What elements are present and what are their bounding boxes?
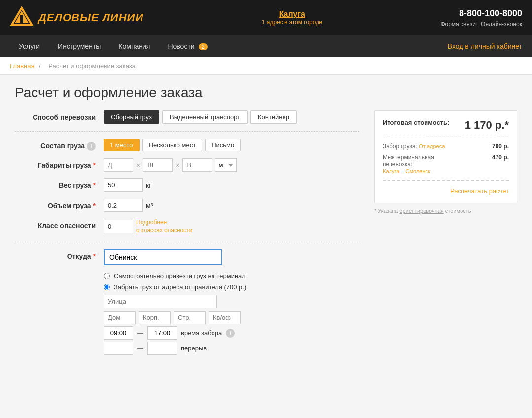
break-label: перерыв <box>181 345 207 352</box>
volume-label: Объем груза * <box>15 199 104 209</box>
time-to-input[interactable] <box>147 326 177 340</box>
time-info-icon[interactable]: i <box>226 329 235 338</box>
header-right: 8-800-100-8000 Форма связи Онлайн-звонок <box>440 8 522 28</box>
nav-item-news[interactable]: Новости 2 <box>159 35 216 57</box>
dim-d-input[interactable] <box>104 158 133 172</box>
danger-label: Класс опасности <box>15 219 104 230</box>
breadcrumb-current: Расчет и оформление заказа <box>48 62 136 70</box>
volume-unit: м³ <box>146 202 153 209</box>
form-right: Итоговая стоимость: 1 170 р.* Забор груз… <box>374 110 517 355</box>
header-center: Калуга 1 адрес в этом городе <box>262 10 322 26</box>
section-sep-1 <box>15 131 359 132</box>
dim-unit-select-wrapper[interactable]: м см <box>215 158 237 172</box>
header-links: Форма связи Онлайн-звонок <box>440 21 522 28</box>
nav-left: Услуги Инструменты Компания Новости 2 <box>10 35 216 57</box>
time-from-input[interactable] <box>104 326 133 340</box>
form-left: Способ перевозки Сборный груз Выделенный… <box>15 110 359 355</box>
break-dash: — <box>137 345 143 352</box>
main-content: Расчет и оформление заказа Способ перево… <box>0 75 532 371</box>
nav-item-company[interactable]: Компания <box>109 35 159 57</box>
cargo-btn-many[interactable]: Несколько мест <box>142 139 203 151</box>
transport-label: Способ перевозки <box>15 110 104 121</box>
news-badge: 2 <box>199 43 208 50</box>
price-transit-label: Межтерминальная перевозка: Калуга – Смол… <box>383 154 461 174</box>
cargo-btn-one[interactable]: 1 место <box>104 139 140 151</box>
dim-v-input[interactable] <box>182 158 212 172</box>
section-sep-2 <box>15 242 359 242</box>
weight-input[interactable] <box>104 178 143 192</box>
pickup-self-radio[interactable] <box>104 273 110 279</box>
time-dash-1: — <box>137 329 143 337</box>
cargo-info-icon[interactable]: i <box>87 142 96 151</box>
form-link[interactable]: Форма связи <box>440 21 476 28</box>
dims-row: Габариты груза * × × м см <box>15 158 359 172</box>
pickup-address-radio[interactable] <box>104 284 110 290</box>
nav-item-services[interactable]: Услуги <box>10 35 49 57</box>
price-card: Итоговая стоимость: 1 170 р.* Забор груз… <box>374 110 517 203</box>
volume-row: Объем груза * м³ <box>15 199 359 212</box>
apt-input[interactable] <box>209 311 241 324</box>
pickup-address-item[interactable]: Забрать груз от адреса отправителя (700 … <box>104 283 359 291</box>
nav-item-tools[interactable]: Инструменты <box>49 35 109 57</box>
pickup-address-label: Забрать груз от адреса отправителя (700 … <box>114 283 246 291</box>
price-pickup-line: Забор груза: От адреса 700 р. <box>383 143 509 150</box>
danger-more-link[interactable]: Подробнее о классах опасности <box>136 219 192 234</box>
pickup-self-item[interactable]: Самостоятельно привезти груз на терминал <box>104 272 359 279</box>
svg-rect-2 <box>20 15 23 23</box>
pickup-radio-group: Самостоятельно привезти груз на терминал… <box>104 272 359 291</box>
transport-btn-cargo[interactable]: Сборный груз <box>104 110 159 124</box>
pickup-self-label: Самостоятельно привезти груз на терминал <box>114 272 246 279</box>
dim-unit-select[interactable]: м см <box>215 158 237 172</box>
online-call-link[interactable]: Онлайн-звонок <box>481 21 522 28</box>
login-link[interactable]: Вход в личный кабинет <box>448 42 522 50</box>
break-to-input[interactable] <box>147 342 177 355</box>
from-controls <box>104 249 222 265</box>
address-row <box>104 311 359 324</box>
from-row: Откуда * <box>15 249 359 265</box>
break-from-input[interactable] <box>104 342 133 355</box>
time-row: — время забора i <box>104 326 359 340</box>
form-container: Способ перевозки Сборный груз Выделенный… <box>15 110 517 355</box>
street-input[interactable] <box>104 295 217 308</box>
price-pickup-label: Забор груза: От адреса <box>383 143 445 150</box>
phone-number: 8-800-100-8000 <box>440 8 522 19</box>
from-input[interactable] <box>104 249 222 265</box>
weight-label: Вес груза * <box>15 178 104 189</box>
price-total-value: 1 170 р.* <box>465 119 509 132</box>
city-address-link[interactable]: 1 адрес в этом городе <box>262 19 322 26</box>
logo-text: ДЕЛОВЫЕ ЛИНИИ <box>38 11 143 24</box>
breadcrumb-home[interactable]: Главная <box>10 62 34 70</box>
price-pickup-value: 700 р. <box>492 143 509 150</box>
weight-controls: кг <box>104 178 151 192</box>
cargo-btn-letter[interactable]: Письмо <box>205 139 241 151</box>
city-link[interactable]: Калуга <box>262 10 322 19</box>
header: ДЕЛОВЫЕ ЛИНИИ Калуга 1 адрес в этом горо… <box>0 0 532 35</box>
cargo-row: Состав груза i 1 место Несколько мест Пи… <box>15 139 359 151</box>
price-breakdown: Забор груза: От адреса 700 р. Межтермина… <box>383 138 509 174</box>
price-transit-line: Межтерминальная перевозка: Калуга – Смол… <box>383 154 509 174</box>
transport-btn-container[interactable]: Контейнер <box>250 110 297 124</box>
print-link[interactable]: Распечатать расчет <box>383 187 509 195</box>
cargo-label: Состав груза i <box>15 139 104 151</box>
dim-sh-input[interactable] <box>143 158 173 172</box>
break-row: — перерыв <box>104 342 359 355</box>
dims-label: Габариты груза * <box>15 158 104 169</box>
price-total-row: Итоговая стоимость: 1 170 р.* <box>383 119 509 132</box>
volume-controls: м³ <box>104 199 153 212</box>
danger-input[interactable] <box>104 220 133 233</box>
price-transit-sub: Калуга – Смоленск <box>383 168 430 174</box>
volume-input[interactable] <box>104 199 143 212</box>
str-input[interactable] <box>174 311 206 324</box>
corp-input[interactable] <box>139 311 171 324</box>
nav: Услуги Инструменты Компания Новости 2 Вх… <box>0 35 532 57</box>
breadcrumb-separator: / <box>39 62 41 70</box>
price-pickup-sub: От адреса <box>419 143 445 149</box>
building-input[interactable] <box>104 311 136 324</box>
weight-unit: кг <box>146 181 151 189</box>
price-total-label: Итоговая стоимость: <box>383 119 449 127</box>
logo-icon <box>10 6 34 30</box>
breadcrumb: Главная / Расчет и оформление заказа <box>0 57 532 75</box>
dims-controls: × × м см <box>104 158 237 172</box>
transport-btn-dedicated[interactable]: Выделенный транспорт <box>162 110 248 124</box>
transport-buttons: Сборный груз Выделенный транспорт Контей… <box>104 110 297 124</box>
